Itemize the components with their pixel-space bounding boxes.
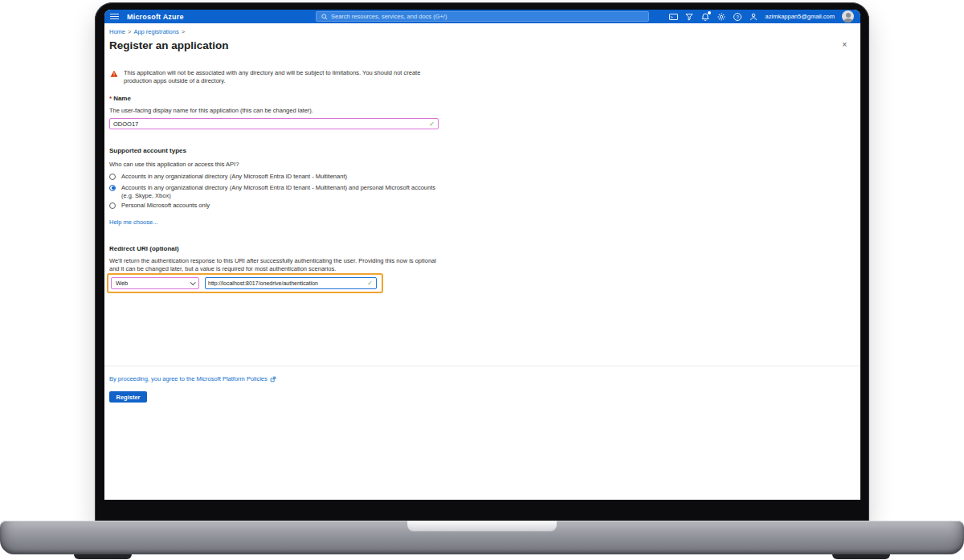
platform-policies-link[interactable]: By proceeding, you agree to the Microsof…	[109, 375, 276, 382]
cloud-shell-icon[interactable]: >_	[669, 12, 678, 21]
help-icon[interactable]: ?	[733, 12, 742, 21]
topbar-right-cluster: >_	[669, 10, 854, 23]
radio-button[interactable]	[109, 174, 116, 180]
search-input[interactable]	[331, 13, 643, 20]
redirect-uri-description: We'll return the authentication response…	[109, 257, 437, 272]
warning-triangle-icon	[110, 70, 118, 78]
breadcrumb-app-registrations[interactable]: App registrations	[133, 28, 178, 35]
notification-badge	[708, 11, 711, 14]
chevron-down-icon	[190, 280, 196, 285]
register-button[interactable]: Register	[109, 391, 147, 403]
more-actions-icon[interactable]: ...	[222, 43, 230, 51]
page-title: Register an application	[109, 39, 229, 51]
breadcrumb-separator: >	[182, 28, 185, 35]
radio-personal-only[interactable]: Personal Microsoft accounts only	[109, 202, 210, 210]
valid-check-icon: ✓	[429, 121, 438, 128]
radio-org-directory[interactable]: Accounts in any organizational directory…	[109, 173, 347, 181]
azure-topbar: Microsoft Azure >_	[104, 10, 860, 23]
redirect-uri-heading: Redirect URI (optional)	[109, 245, 179, 252]
directory-filter-icon[interactable]	[685, 12, 694, 21]
tutorial-highlight-box: Web ✓	[107, 273, 383, 293]
notifications-icon[interactable]	[701, 12, 710, 21]
platform-select[interactable]: Web	[111, 277, 199, 289]
breadcrumb: Home>App registrations>	[109, 28, 187, 35]
radio-button[interactable]	[109, 202, 116, 209]
laptop-screen: Microsoft Azure >_	[104, 10, 860, 500]
breadcrumb-home[interactable]: Home	[109, 28, 125, 35]
account-types-question: Who can use this application or access t…	[109, 161, 239, 168]
settings-gear-icon[interactable]	[717, 12, 726, 21]
required-marker: *	[109, 95, 112, 102]
breadcrumb-separator: >	[128, 28, 131, 35]
account-avatar[interactable]	[842, 10, 854, 22]
laptop-base	[0, 521, 964, 554]
footer-divider	[104, 366, 860, 366]
name-label: *Name	[109, 95, 131, 102]
azure-brand[interactable]: Microsoft Azure	[127, 13, 184, 21]
directory-warning: This application will not be associated …	[110, 69, 440, 84]
screenshot-stage: Microsoft Azure >_	[0, 0, 964, 560]
hamburger-menu-icon[interactable]	[110, 14, 119, 19]
close-icon[interactable]: ×	[842, 39, 847, 49]
feedback-icon[interactable]	[750, 12, 758, 21]
valid-check-icon: ✓	[367, 280, 376, 287]
global-search[interactable]	[316, 11, 649, 22]
account-types-heading: Supported account types	[109, 147, 186, 154]
redirect-uri-field-wrap: ✓	[205, 277, 377, 289]
search-icon	[321, 14, 328, 20]
redirect-uri-input[interactable]	[206, 280, 367, 286]
external-link-icon	[270, 376, 276, 382]
warning-text: This application will not be associated …	[124, 69, 440, 84]
help-me-choose-link[interactable]: Help me choose...	[109, 219, 157, 226]
account-email[interactable]: azimkappan5@gmail.com	[766, 13, 835, 20]
radio-org-directory-and-personal[interactable]: Accounts in any organizational directory…	[109, 184, 444, 199]
name-field-wrap: ✓	[109, 118, 439, 129]
name-input[interactable]	[110, 121, 429, 128]
name-description: The user-facing display name for this ap…	[109, 107, 313, 114]
laptop-hinge-notch	[407, 521, 557, 532]
radio-button-selected[interactable]	[109, 185, 116, 191]
